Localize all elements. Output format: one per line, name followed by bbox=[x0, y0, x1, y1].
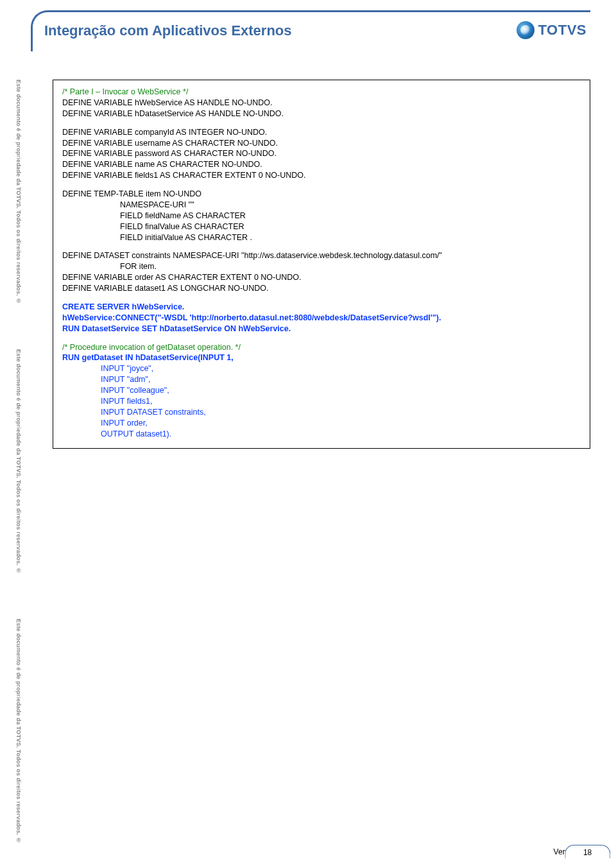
code-line: DEFINE VARIABLE hWebService AS HANDLE NO… bbox=[62, 98, 581, 108]
code-block: /* Parte I – Invocar o WebService */ DEF… bbox=[53, 80, 590, 449]
page-number: 18 bbox=[565, 845, 610, 858]
code-line: FIELD fieldName AS CHARACTER bbox=[62, 211, 581, 221]
code-line: DEFINE DATASET constraints NAMESPACE-URI… bbox=[62, 250, 581, 261]
code-line: DEFINE VARIABLE username AS CHARACTER NO… bbox=[62, 138, 581, 149]
code-line-highlight: RUN DatasetService SET hDatasetService O… bbox=[62, 324, 581, 334]
brand-name: TOTVS bbox=[538, 22, 586, 39]
code-line: NAMESPACE-URI "" bbox=[62, 200, 581, 211]
margin-note: Este documento é de propriedade da TOTVS… bbox=[6, 349, 22, 574]
code-line: FOR item. bbox=[62, 261, 581, 272]
code-line: DEFINE VARIABLE companyId AS INTEGER NO-… bbox=[62, 127, 581, 138]
code-line-highlight: RUN getDataset IN hDatasetService(INPUT … bbox=[62, 352, 581, 363]
code-line: DEFINE TEMP-TABLE item NO-UNDO bbox=[62, 189, 581, 200]
page-footer: 18 Versão 1.0 bbox=[31, 845, 590, 858]
code-line: DEFINE VARIABLE hDatasetService AS HANDL… bbox=[62, 108, 581, 119]
code-line-highlight: hWebService:CONNECT("-WSDL 'http://norbe… bbox=[62, 313, 581, 324]
code-line-highlight: INPUT "adm", bbox=[62, 374, 581, 385]
margin-note: Este documento é de propriedade da TOTVS… bbox=[6, 619, 22, 844]
code-line-highlight: INPUT fields1, bbox=[62, 396, 581, 407]
page: Este documento é de propriedade da TOTVS… bbox=[0, 0, 616, 866]
globe-icon bbox=[517, 21, 535, 39]
code-line-highlight: INPUT DATASET constraints, bbox=[62, 407, 581, 418]
code-comment: /* Parte I – Invocar o WebService */ bbox=[62, 87, 581, 98]
code-line-highlight: INPUT order, bbox=[62, 418, 581, 429]
code-line-highlight: INPUT "colleague", bbox=[62, 385, 581, 396]
code-line-highlight: INPUT "joyce", bbox=[62, 363, 581, 374]
margin-note: Este documento é de propriedade da TOTVS… bbox=[6, 80, 22, 304]
code-line: DEFINE VARIABLE dataset1 AS LONGCHAR NO-… bbox=[62, 283, 581, 294]
code-line-highlight: CREATE SERVER hWebService. bbox=[62, 302, 581, 313]
code-line-highlight: OUTPUT dataset1). bbox=[62, 429, 581, 440]
code-line: DEFINE VARIABLE password AS CHARACTER NO… bbox=[62, 148, 581, 159]
page-header: Integração com Aplicativos Externos TOTV… bbox=[31, 10, 590, 51]
code-line: FIELD finalValue AS CHARACTER bbox=[62, 221, 581, 232]
code-line: DEFINE VARIABLE name AS CHARACTER NO-UND… bbox=[62, 159, 581, 170]
code-comment: /* Procedure invocation of getDataset op… bbox=[62, 342, 581, 353]
side-margin-notes: Este documento é de propriedade da TOTVS… bbox=[6, 80, 22, 844]
page-title: Integração com Aplicativos Externos bbox=[44, 22, 292, 39]
brand-logo: TOTVS bbox=[517, 21, 586, 39]
code-line: FIELD initialValue AS CHARACTER . bbox=[62, 232, 581, 243]
code-line: DEFINE VARIABLE order AS CHARACTER EXTEN… bbox=[62, 272, 581, 283]
code-line: DEFINE VARIABLE fields1 AS CHARACTER EXT… bbox=[62, 170, 581, 181]
